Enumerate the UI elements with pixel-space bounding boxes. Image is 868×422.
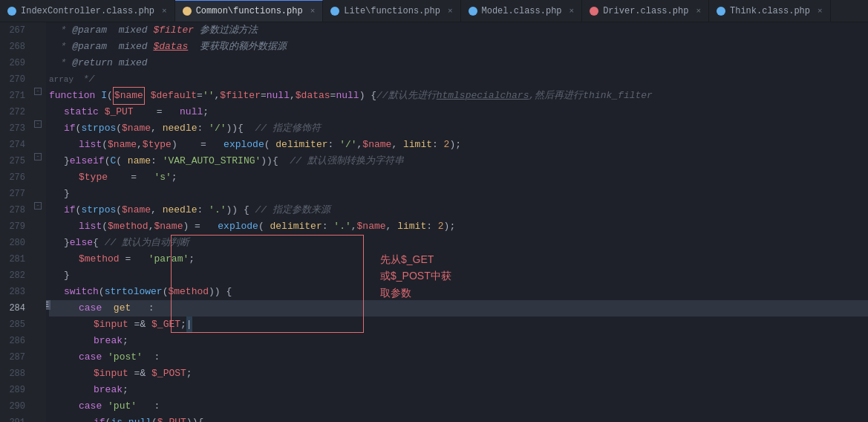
code-line-270: array */: [49, 71, 868, 88]
code-line-283: switch ( strtolower ( $method )) {: [49, 284, 868, 300]
line-num-276: 276: [0, 169, 25, 186]
code-line-278: if ( strpos ( $name , needle : '.' )) { …: [49, 202, 868, 218]
tab-label-driver: Driver.class.php: [603, 6, 688, 16]
tab-label-model: Model.class.php: [482, 6, 562, 16]
line-num-269: 269: [0, 55, 25, 71]
line-num-288: 288: [0, 366, 25, 382]
tab-icon-driver: [590, 7, 598, 16]
code-line-272: static $_PUT = null ;: [49, 104, 868, 120]
tab-close-driver[interactable]: ×: [696, 7, 701, 16]
code-line-286: break ;: [49, 333, 868, 349]
tab-common-functions[interactable]: Common\functions.php ×: [175, 0, 324, 22]
code-line-284: case get :: [49, 300, 868, 316]
code-line-267: * @param mixed $filter 参数过滤方法: [49, 22, 868, 39]
annotation-line1: 先从$_GET: [380, 251, 451, 267]
tab-icon-indexcontroller: [7, 7, 16, 16]
code-text-270: */: [77, 71, 94, 88]
line-num-278: 278: [0, 202, 25, 218]
line-num-270: 270: [0, 71, 25, 88]
plain-271: [95, 88, 101, 104]
line-numbers: 267 268 269 270 271 272 273 274 275 276 …: [0, 22, 31, 422]
tab-close-indexcontroller[interactable]: ×: [162, 7, 167, 16]
line-num-280: 280: [0, 235, 25, 251]
line-num-267: 267: [0, 22, 25, 39]
tab-icon-common-functions: [183, 7, 192, 16]
line-num-268: 268: [0, 39, 25, 55]
fold-278[interactable]: -: [34, 153, 42, 160]
code-line-271: function I ( $name $default = '' , $filt…: [49, 88, 868, 104]
line-num-285: 285: [0, 316, 25, 333]
tab-label-think: Think.class.php: [730, 6, 810, 16]
tab-close-model[interactable]: ×: [570, 7, 575, 16]
code-content[interactable]: * @param mixed $filter 参数过滤方法 * @param m…: [46, 22, 868, 422]
line-num-287: 287: [0, 349, 25, 366]
annotation-line2: 或$_POST中获: [380, 267, 451, 284]
code-line-287: case 'post' :: [49, 349, 868, 366]
line-num-273: 273: [0, 120, 25, 137]
tab-close-lite-functions[interactable]: ×: [448, 7, 453, 16]
tab-bar: IndexController.class.php × Common\funct…: [0, 0, 868, 22]
line-num-277: 277: [0, 186, 25, 202]
line-num-283: 283: [0, 284, 25, 300]
code-text-268: * @param mixed $datas 要获取的额外数据源: [49, 39, 287, 55]
line-num-282: 282: [0, 267, 25, 284]
editor-window: IndexController.class.php × Common\funct…: [0, 0, 868, 422]
tab-think[interactable]: Think.class.php ×: [709, 0, 831, 22]
code-line-280: } else { // 默认为自动判断: [49, 235, 868, 251]
code-line-285: $input =& $_GET ; |: [49, 316, 868, 333]
fold-column: - - - -: [31, 22, 46, 422]
line-num-272: 272: [0, 104, 25, 120]
tab-icon-model: [469, 7, 477, 16]
line-num-271: 271: [0, 88, 25, 104]
code-line-275: } elseif ( C ( name : 'VAR_AUTO_STRING' …: [49, 153, 868, 169]
code-line-282: }: [49, 267, 868, 284]
tab-model[interactable]: Model.class.php ×: [461, 0, 583, 22]
annotation-text: 先从$_GET 或$_POST中获 取参数: [380, 251, 451, 301]
tab-label-common-functions: Common\functions.php: [196, 6, 303, 16]
code-text-267: * @param mixed $filter 参数过滤方法: [49, 22, 258, 39]
line-num-284: 284: [0, 300, 25, 316]
fold-283[interactable]: -: [34, 202, 42, 210]
code-line-277: }: [49, 186, 868, 202]
tab-icon-think: [717, 7, 725, 16]
tab-close-think[interactable]: ×: [818, 7, 823, 16]
line-num-279: 279: [0, 218, 25, 235]
fold-271[interactable]: -: [34, 88, 42, 95]
code-line-269: * @return mixed: [49, 55, 868, 71]
line-num-274: 274: [0, 137, 25, 153]
line-num-291: 291: [0, 415, 25, 422]
highlighted-name-param: $name: [113, 87, 145, 105]
code-line-273: if ( strpos ( $name , needle : '/' )){ /…: [49, 120, 868, 137]
code-line-276: $type = 's' ;: [49, 169, 868, 186]
line-num-289: 289: [0, 382, 25, 398]
annotation-line3: 取参数: [380, 285, 451, 301]
code-line-268: * @param mixed $datas 要获取的额外数据源: [49, 39, 868, 55]
array-label: array: [49, 71, 74, 88]
tab-lite-functions[interactable]: Lite\functions.php ×: [323, 0, 460, 22]
tab-icon-lite-functions: [330, 7, 339, 16]
line-num-281: 281: [0, 251, 25, 267]
tab-label-indexcontroller: IndexController.class.php: [21, 6, 154, 16]
code-line-288: $input =& $_POST ;: [49, 366, 868, 382]
code-line-279: list ( $method , $name ) = explode ( del…: [49, 218, 868, 235]
code-line-289: break ;: [49, 382, 868, 398]
line-num-286: 286: [0, 333, 25, 349]
e-indicator: E: [46, 300, 50, 310]
editor-body: 267 268 269 270 271 272 273 274 275 276 …: [0, 22, 868, 422]
line-num-290: 290: [0, 398, 25, 415]
code-line-291: if ( is_null ( $_PUT )){: [49, 415, 868, 422]
code-line-281: $method = 'param' ;: [49, 251, 868, 267]
code-line-290: case 'put' :: [49, 398, 868, 415]
fold-273[interactable]: -: [34, 120, 42, 128]
kw-function-271: function: [49, 88, 95, 104]
tab-close-common-functions[interactable]: ×: [310, 7, 316, 16]
tab-indexcontroller[interactable]: IndexController.class.php ×: [0, 0, 175, 22]
code-line-274: list ( $name , $type ) = explode ( delim…: [49, 137, 868, 153]
tab-driver[interactable]: Driver.class.php ×: [582, 0, 709, 22]
tab-label-lite-functions: Lite\functions.php: [344, 6, 440, 16]
fn-I: I: [101, 88, 107, 104]
code-text-269: * @return mixed: [49, 55, 148, 71]
line-num-275: 275: [0, 153, 25, 169]
